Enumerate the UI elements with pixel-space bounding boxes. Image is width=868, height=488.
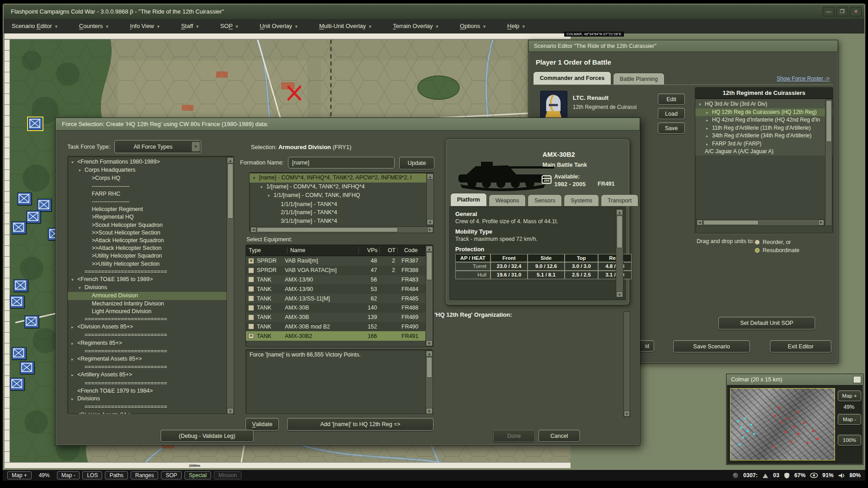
catalog-tree-item[interactable]: Mechanized Infantry Division xyxy=(68,300,233,308)
structure-vscrollbar[interactable]: ▲▼ xyxy=(426,173,434,225)
equipment-vscrollbar[interactable]: ▲▼ xyxy=(425,245,433,347)
catalog-tree-item[interactable]: FARP RHC xyxy=(68,190,233,198)
catalog-tree-item[interactable]: Armoured Division xyxy=(68,292,233,300)
menu-item[interactable]: Terrain Overlay▼ xyxy=(393,23,439,29)
catalog-tree-item[interactable]: >Utility Helicopter Squadron xyxy=(68,252,233,260)
unit-counter[interactable] xyxy=(12,221,26,234)
catalog-tree-item[interactable]: ▸<Regimental Assets 85+> xyxy=(68,355,233,363)
minimap-zoom-out-button[interactable]: Map - xyxy=(838,414,861,425)
toolbar-button[interactable]: Special xyxy=(184,471,211,479)
equipment-row[interactable]: TANK AMX-30B2 166 FR491 xyxy=(246,331,433,341)
structure-tree-item[interactable]: 3/1/1/[name] - TANK*4 xyxy=(250,217,433,225)
debug-validate-button[interactable]: (Debug - Validate Leg) xyxy=(160,430,254,442)
equipment-row[interactable]: TANK AMX-13/90 56 FR483 xyxy=(246,275,433,285)
unit-counter[interactable] xyxy=(12,347,26,360)
equipment-row[interactable]: TANK AMX-13/SS-11[M] 62 FR485 xyxy=(246,294,433,303)
equipment-row[interactable]: SPRDR VAB Rasit[m] 48 2 FR387 xyxy=(246,256,433,266)
equipment-row[interactable]: TANK AMX-30B mod B2 152 FR490 xyxy=(246,322,433,332)
structure-tree-item[interactable]: ▾[name] - COMV*4, INFHQ*4, TANK*2, APCW*… xyxy=(250,174,433,183)
edit-button[interactable]: Edit xyxy=(658,94,685,105)
menu-item[interactable]: Scenario Editor▼ xyxy=(12,23,58,29)
menu-item[interactable]: Staff▼ xyxy=(181,23,199,29)
catalog-tree-item[interactable]: ========================= xyxy=(68,380,233,387)
minimap-mode-icon[interactable] xyxy=(853,376,861,383)
equipment-row[interactable]: TANK AMX-13/90 53 FR484 xyxy=(246,284,433,294)
unit-tab[interactable]: Sensors xyxy=(528,194,562,206)
menu-item[interactable]: Counters▼ xyxy=(79,23,109,29)
toolbar-button[interactable]: LOS xyxy=(82,471,102,479)
catalog-tree-item[interactable]: ▸<Division Assets 85+> xyxy=(68,323,233,331)
catalog-tree-item[interactable]: ▾Divisions xyxy=(68,284,233,292)
equipment-checkbox[interactable] xyxy=(248,286,254,292)
minimap-scale-button[interactable]: 100% xyxy=(838,435,861,446)
roster-tree-item[interactable]: ▸HQ 12th Reg de Cuirassiers (HQ 12th Reg… xyxy=(695,108,833,117)
unit-counter[interactable] xyxy=(20,361,34,374)
menu-item[interactable]: Unit Overlay▼ xyxy=(260,23,298,29)
menu-item[interactable]: SOP▼ xyxy=(220,23,239,29)
equipment-checkbox[interactable] xyxy=(248,333,254,339)
load-button[interactable]: Load xyxy=(658,108,685,119)
toolbar-button[interactable]: Paths xyxy=(105,471,128,479)
catalog-tree-item[interactable]: >Corps HQ xyxy=(68,174,233,182)
catalog-tree-item[interactable]: Light Armoured Division xyxy=(68,308,233,315)
catalog-tree-item[interactable]: <French TO&E 1979 to 1984> xyxy=(68,387,233,395)
menu-item[interactable]: Help▼ xyxy=(507,23,526,29)
reorder-radio[interactable]: Reorder, or xyxy=(755,239,791,245)
unit-tab[interactable]: Systems xyxy=(564,194,599,206)
catalog-tree-item[interactable]: ▸<Division Assets 84-> xyxy=(68,411,233,415)
unit-tab[interactable]: Transport xyxy=(601,194,638,206)
unit-tab[interactable]: Platform xyxy=(450,193,487,206)
save-button[interactable]: Save xyxy=(658,122,685,134)
catalog-tree-item[interactable]: ========================= xyxy=(68,268,233,276)
catalog-tree-item[interactable]: -------------------- xyxy=(68,183,233,190)
catalog-tree-item[interactable]: ▸<Artillery Assets 85+> xyxy=(68,371,233,379)
roster-tree-item[interactable]: ▸HQ 42nd Reg d'Infanterie (HQ 42nd Reg d… xyxy=(695,116,833,124)
catalog-tree-item[interactable]: ▾<French Formations 1980-1989> xyxy=(68,158,233,166)
catalog-tree-item[interactable]: >>Scout Helicopter Section xyxy=(68,229,233,237)
maximize-button[interactable]: ❐ xyxy=(836,7,848,16)
catalog-tree-item[interactable]: >Scout Helicopter Squadron xyxy=(68,221,233,229)
minimap-image[interactable] xyxy=(730,388,835,460)
editor-tab[interactable]: Battle Planning xyxy=(613,73,665,84)
equipment-row[interactable]: TANK AMX-30B 140 FR488 xyxy=(246,303,433,313)
roster-tree-item[interactable]: ▾HQ 3rd Ar Div (3rd Ar Div) xyxy=(695,100,833,108)
catalog-tree-item[interactable]: -------------------- xyxy=(68,198,233,206)
catalog-tree-item[interactable]: ========================= xyxy=(68,331,233,339)
roster-vscrollbar[interactable] xyxy=(825,99,832,226)
structure-hscrollbar[interactable]: ◄► xyxy=(250,226,434,233)
unit-counter[interactable] xyxy=(37,199,52,211)
summary-vscrollbar[interactable]: ▲▼ xyxy=(425,350,433,414)
unit-counter[interactable] xyxy=(17,192,32,205)
equipment-checkbox[interactable] xyxy=(248,324,254,329)
equipment-checkbox[interactable] xyxy=(248,267,254,273)
roster-tree-item[interactable]: A/C Jaguar A (A/C Jaguar A) xyxy=(695,148,833,155)
toolbar-button[interactable]: Map + xyxy=(7,471,32,479)
catalog-tree-item[interactable]: ▾<French TO&E 1985 to 1989> xyxy=(68,276,233,284)
show-force-roster-link[interactable]: Show Force Roster -> xyxy=(777,75,830,82)
catalog-vscrollbar[interactable]: ▲▼ xyxy=(226,157,234,414)
cancel-button[interactable]: Cancel xyxy=(538,430,580,442)
catalog-tree-item[interactable]: Helicopter Regiment xyxy=(68,206,233,213)
validate-button[interactable]: Validate xyxy=(245,418,279,431)
save-scenario-button[interactable]: Save Scenario xyxy=(673,340,750,352)
unit-counter[interactable] xyxy=(14,279,28,292)
catalog-tree-item[interactable]: ========================= xyxy=(68,403,233,411)
close-button[interactable]: ✕ xyxy=(850,7,862,16)
catalog-tree-item[interactable]: ▸Divisions xyxy=(68,395,233,403)
unit-counter[interactable] xyxy=(28,117,42,130)
equipment-row[interactable]: SPRDR VAB VOA RATAC[m] 47 2 FR388 xyxy=(246,266,433,275)
catalog-tree-item[interactable]: ========================= xyxy=(68,363,233,371)
roster-tree-item[interactable]: ▸11th Reg d'Artillerie (11th Reg d'Artil… xyxy=(695,124,833,132)
roster-tree-item[interactable]: ▸FARP 3rd Ar (FARP) xyxy=(695,140,833,148)
resubordinate-radio[interactable]: Resubordinate xyxy=(755,247,799,253)
equipment-checkbox[interactable] xyxy=(248,277,254,282)
unit-counter[interactable] xyxy=(26,211,41,223)
menu-item[interactable]: Info View▼ xyxy=(130,23,160,29)
catalog-tree-item[interactable]: ▾Corps Headquarters xyxy=(68,166,233,174)
roster-tree-item[interactable]: ▸34th Reg d'Artillerie (34th Reg d'Artil… xyxy=(695,132,833,140)
task-force-type-dropdown[interactable]: All Force Types▼ xyxy=(114,140,201,153)
toolbar-button[interactable]: Mission xyxy=(214,471,241,479)
catalog-tree-item[interactable]: >>Utility Helicopter Section xyxy=(68,260,233,268)
toolbar-button[interactable]: 49% xyxy=(34,471,54,479)
done-button[interactable]: Done xyxy=(493,430,535,442)
